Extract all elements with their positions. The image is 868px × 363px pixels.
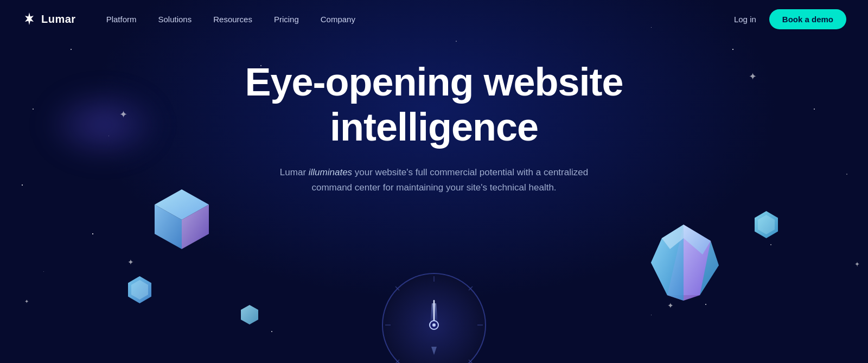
logo-text: Lumar (41, 13, 76, 26)
hero-title-line2: intelligence (330, 105, 538, 149)
hero-subtitle: Lumar illuminates your website's full co… (271, 165, 597, 195)
nav-item-pricing[interactable]: Pricing (265, 10, 308, 28)
nav-item-platform[interactable]: Platform (98, 10, 145, 28)
book-demo-button[interactable]: Book a demo (769, 9, 846, 29)
nav-actions: Log in Book a demo (734, 9, 846, 29)
nav-links: Platform Solutions Resources Pricing Com… (98, 10, 734, 28)
hero-content: Eye-opening website intelligence Lumar i… (0, 0, 868, 363)
logo-star-icon (22, 11, 37, 27)
logo[interactable]: Lumar (22, 11, 76, 27)
login-link[interactable]: Log in (734, 15, 756, 24)
hero-title: Eye-opening website intelligence (245, 60, 623, 150)
nav-item-solutions[interactable]: Solutions (149, 10, 200, 28)
nav-item-company[interactable]: Company (312, 10, 364, 28)
nav-item-resources[interactable]: Resources (205, 10, 261, 28)
hero-title-line1: Eye-opening website (245, 60, 623, 104)
navbar: Lumar Platform Solutions Resources Prici… (0, 0, 868, 38)
